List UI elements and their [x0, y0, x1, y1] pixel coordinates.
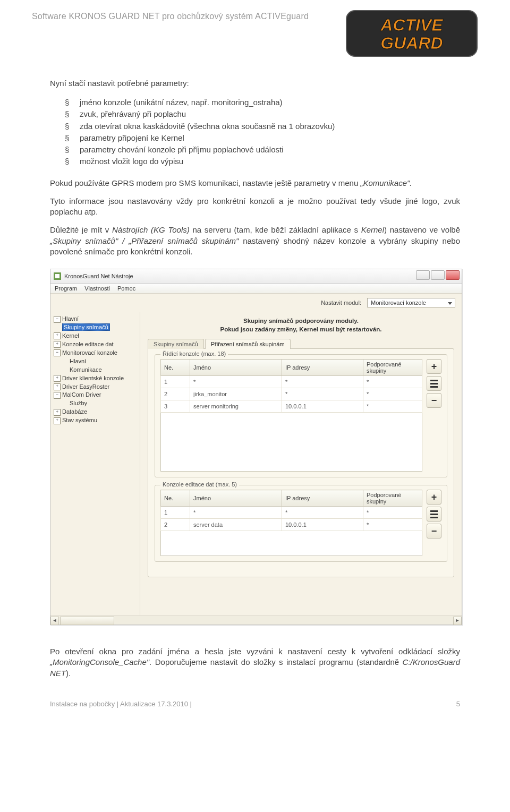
menu-program[interactable]: Program	[55, 285, 77, 292]
app-icon	[54, 272, 61, 280]
remove-button[interactable]: −	[427, 393, 441, 408]
scroll-left-icon[interactable]: ◄	[50, 617, 59, 625]
module-select[interactable]: Monitorovací konzole	[367, 298, 455, 307]
edit-button[interactable]	[427, 507, 441, 522]
minus-icon: −	[431, 395, 437, 406]
expand-icon[interactable]: −	[54, 392, 61, 399]
close-button[interactable]	[446, 270, 460, 280]
page-header: Software KRONOS GUARD NET pro obchůzkový…	[32, 10, 478, 57]
titlebar: KronosGuard Net Nástroje	[50, 269, 462, 284]
paragraph-important: Důležité je mít v Nástrojích (KG Tools) …	[50, 225, 460, 257]
intro-text: Nyní stačí nastavit potřebné parametry:	[50, 79, 460, 88]
add-button[interactable]: +	[427, 359, 441, 374]
table-row[interactable]: 1***	[161, 507, 422, 519]
paragraph-info: Tyto informace jsou nastavovány vždy pro…	[50, 196, 460, 218]
svg-text:GUARD: GUARD	[380, 33, 443, 53]
minus-icon: −	[431, 526, 437, 537]
plus-icon: +	[431, 492, 437, 503]
editace-table: Ne. Jméno IP adresy Podporované skupiny …	[160, 490, 422, 531]
list-item: jméno konzole (unikátní název, např. mon…	[65, 97, 460, 108]
group-konzole-editace: Konzole editace dat (max. 5) Ne. Jméno I…	[155, 485, 447, 562]
expand-icon[interactable]: +	[54, 417, 61, 424]
expand-icon[interactable]: +	[54, 375, 61, 382]
header-title: Software KRONOS GUARD NET pro obchůzkový…	[32, 10, 309, 21]
expand-icon[interactable]: +	[54, 383, 61, 390]
module-label: Nastavit modul:	[321, 300, 361, 306]
table-row[interactable]: 2jirka_monitor**	[161, 388, 422, 400]
table-empty-area	[160, 531, 422, 556]
svg-rect-4	[55, 274, 60, 278]
list-item: zvuk, přehrávaný při poplachu	[65, 109, 460, 119]
menubar: Program Vlastnosti Pomoc	[50, 284, 462, 294]
group-ridici-konzole: Řídící konzole (max. 18) Ne. Jméno IP ad…	[155, 354, 447, 477]
nav-tree[interactable]: −Hlavní Skupiny snímačů +Kernel +Konzole…	[50, 312, 140, 616]
panel-heading: Skupiny snímačů podporovány moduly. Poku…	[148, 317, 454, 334]
page-number: 5	[456, 700, 460, 708]
svg-text:ACTIVE: ACTIVE	[380, 15, 444, 35]
minimize-button[interactable]	[416, 270, 430, 280]
module-toolbar: Nastavit modul: Monitorovací konzole	[50, 294, 462, 312]
tab-skupiny-snimacu[interactable]: Skupiny snímačů	[148, 339, 204, 349]
activeguard-logo: ACTIVE GUARD	[345, 10, 478, 57]
tree-skupiny-snimacu[interactable]: Skupiny snímačů	[62, 323, 110, 331]
menu-pomoc[interactable]: Pomoc	[117, 285, 135, 292]
remove-button[interactable]: −	[427, 524, 441, 539]
table-row[interactable]: 2server data10.0.0.1*	[161, 519, 422, 531]
horizontal-scrollbar[interactable]: ◄ ►	[50, 616, 462, 625]
menu-vlastnosti[interactable]: Vlastnosti	[84, 285, 110, 292]
table-empty-area	[160, 413, 422, 472]
maximize-button[interactable]	[431, 270, 445, 280]
parameter-list: jméno konzole (unikátní název, např. mon…	[50, 97, 460, 167]
bars-icon	[430, 380, 438, 388]
list-item: zda otevírat okna kaskádovitě (všechna o…	[65, 121, 460, 132]
scroll-thumb[interactable]	[60, 617, 114, 625]
paragraph-gprs: Pokud používáte GPRS modem pro SMS komun…	[50, 178, 460, 189]
edit-button[interactable]	[427, 376, 441, 391]
table-row[interactable]: 3server monitoring10.0.0.1*	[161, 400, 422, 413]
table-row[interactable]: 1***	[161, 376, 422, 388]
expand-icon[interactable]: +	[54, 341, 61, 348]
add-button[interactable]: +	[427, 490, 441, 505]
app-screenshot: KronosGuard Net Nástroje Program Vlastno…	[50, 269, 462, 625]
bars-icon	[430, 510, 438, 518]
page-footer: Instalace na pobočky | Aktualizace 17.3.…	[32, 700, 478, 708]
footer-text: Instalace na pobočky | Aktualizace 17.3.…	[50, 700, 192, 708]
group-legend: Řídící konzole (max. 18)	[160, 351, 228, 357]
list-item: možnost vložit logo do výpisu	[65, 156, 460, 167]
plus-icon: +	[431, 361, 437, 372]
paragraph-after-screenshot: Po otevření okna pro zadání jména a hesl…	[50, 646, 460, 679]
ridici-table: Ne. Jméno IP adresy Podporované skupiny …	[160, 359, 422, 413]
scroll-right-icon[interactable]: ►	[453, 617, 462, 625]
window-title: KronosGuard Net Nástroje	[64, 273, 133, 279]
expand-icon[interactable]: −	[54, 316, 61, 323]
group-legend: Konzole editace dat (max. 5)	[160, 481, 239, 488]
list-item: parametry chování konzole při příjmu pop…	[65, 144, 460, 155]
list-item: parametry připojení ke Kernel	[65, 133, 460, 143]
expand-icon[interactable]: +	[54, 332, 61, 339]
tab-prirazeni[interactable]: Přiřazení snímačů skupinám	[205, 339, 291, 349]
expand-icon[interactable]: +	[54, 409, 61, 416]
expand-icon[interactable]: −	[54, 349, 61, 356]
